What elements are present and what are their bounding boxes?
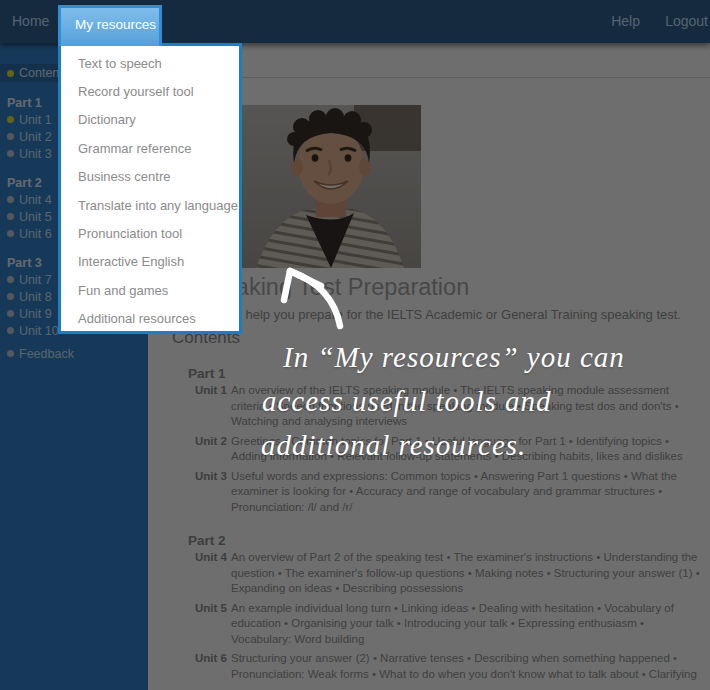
app-window: Home Help Logout Contents Part 1 Unit 1 — [0, 0, 710, 690]
menu-item[interactable]: Fun and games — [61, 276, 239, 304]
menu-item[interactable]: Additional resources — [61, 305, 239, 333]
tour-text-line: additional resources. — [261, 429, 526, 462]
menu-item-label: Business centre — [78, 169, 171, 184]
menu-item[interactable]: Dictionary — [61, 106, 239, 134]
menu-item[interactable]: Business centre — [61, 163, 239, 191]
menu-item-label: Additional resources — [78, 311, 196, 326]
menu-item[interactable]: Translate into any language — [61, 191, 239, 219]
menu-item[interactable]: Record yourself tool — [61, 77, 239, 105]
menu-item-label: Interactive English — [78, 254, 184, 269]
menu-item-label: Translate into any language — [78, 198, 238, 213]
menu-item[interactable]: Interactive English — [61, 248, 239, 276]
menu-item-label: Text to speech — [78, 56, 162, 71]
tour-text-line: access useful tools and — [262, 385, 552, 418]
menu-item[interactable]: Pronunciation tool — [61, 219, 239, 247]
menu-item-label: Fun and games — [78, 283, 168, 298]
menu-item-list: Text to speech Record yourself tool Dict… — [61, 49, 239, 333]
tab-my-resources[interactable]: My resources — [58, 5, 162, 46]
menu-item-label: Record yourself tool — [78, 84, 194, 99]
tour-text-line: In “My resources” you can — [283, 341, 625, 374]
menu-item-label: Dictionary — [78, 112, 136, 127]
menu-item-label: Pronunciation tool — [78, 226, 182, 241]
menu-item-label: Grammar reference — [78, 141, 191, 156]
menu-item[interactable]: Grammar reference — [61, 134, 239, 162]
my-resources-menu: Text to speech Record yourself tool Dict… — [58, 43, 242, 334]
menu-item[interactable]: Text to speech — [61, 49, 239, 77]
